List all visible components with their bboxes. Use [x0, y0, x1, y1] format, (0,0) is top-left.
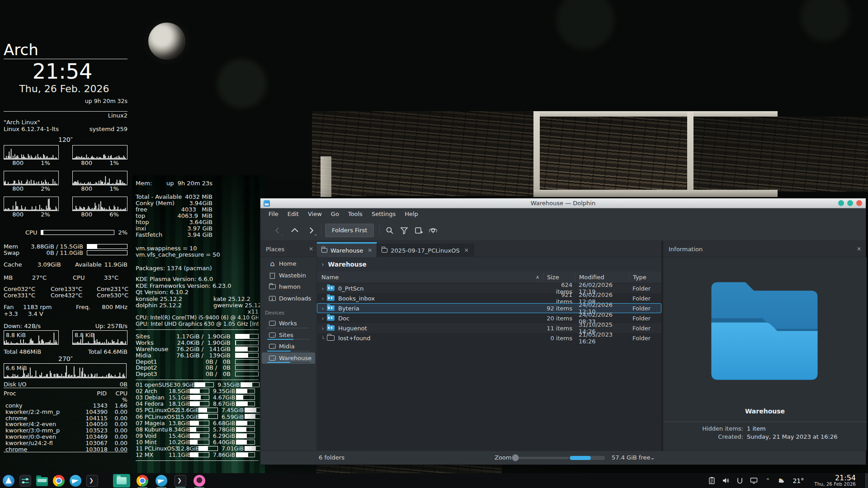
- menu-item[interactable]: File: [264, 208, 283, 220]
- cpu-core-graph: [72, 171, 127, 185]
- task-button[interactable]: [136, 474, 149, 488]
- vault-icon[interactable]: [736, 477, 744, 485]
- zoom-slider-knob[interactable]: [512, 454, 519, 461]
- places-item[interactable]: Works: [262, 318, 315, 329]
- weather-icon[interactable]: [778, 477, 786, 485]
- tab-close-icon[interactable]: ✕: [368, 247, 372, 253]
- menu-item[interactable]: Edit: [283, 208, 303, 220]
- filter-icon[interactable]: [397, 223, 411, 238]
- os-quote: "Arch Linux": [4, 119, 40, 126]
- process-pid: 103523: [81, 427, 108, 433]
- tree-expand-icon[interactable]: [320, 335, 326, 342]
- process-pid: 103469: [81, 433, 108, 440]
- places-panel: Home Wastebin hwmon Downloads: [260, 257, 317, 450]
- telegram-icon[interactable]: [70, 475, 81, 487]
- clipboard-icon[interactable]: [708, 477, 716, 485]
- cpu-core-cell: 800 1%: [4, 145, 59, 171]
- weather-temperature[interactable]: 21°: [793, 477, 804, 484]
- taskbar-clock[interactable]: 21:54 Thu, 26 Feb 2026: [814, 474, 856, 487]
- volume-icon[interactable]: [722, 477, 730, 485]
- core-temp: Core231°C: [97, 286, 128, 292]
- mount-name: Sites: [136, 333, 176, 340]
- places-item[interactable]: Home: [262, 258, 315, 270]
- disk-name: 06 PCLinuxOS1: [136, 413, 177, 420]
- menu-item[interactable]: Go: [326, 208, 344, 220]
- disk-name: 07 Mageia: [136, 420, 169, 427]
- tab-close-icon[interactable]: ✕: [464, 247, 469, 253]
- maximize-button[interactable]: [847, 200, 853, 206]
- upload-graph: 8.8 KiB: [72, 330, 127, 345]
- information-close-icon[interactable]: ✕: [857, 246, 861, 252]
- konsole-icon[interactable]: [86, 475, 98, 487]
- big-folder-icon: [701, 272, 828, 390]
- places-item[interactable]: hwmon: [262, 281, 315, 293]
- folders-first-button[interactable]: Folders First: [325, 224, 374, 237]
- disk-used-bar: [190, 427, 209, 432]
- up-button[interactable]: [288, 223, 302, 238]
- task-button[interactable]: [193, 474, 206, 488]
- mount-bar: [235, 334, 259, 339]
- file-row[interactable]: lost+found 0 items 21/05/2023 16:26 Fold…: [317, 333, 661, 343]
- process-cpu: 0.00: [108, 446, 127, 452]
- tab[interactable]: 2025-09-17_PCLinuxOS ✕: [377, 244, 474, 257]
- chrome-icon[interactable]: [53, 475, 65, 487]
- places-item-label: Wastebin: [279, 272, 306, 279]
- places-item[interactable]: Wastebin: [262, 270, 315, 282]
- task-button[interactable]: [155, 474, 168, 488]
- toolbar-separator: [379, 225, 380, 236]
- disk-used: 18.5GiB: [169, 388, 189, 394]
- tree-expand-icon[interactable]: [320, 305, 326, 312]
- free-space-text[interactable]: 57.4 GiB free: [612, 454, 650, 461]
- settings-icon[interactable]: [19, 475, 31, 487]
- display-icon[interactable]: [750, 477, 758, 485]
- disk-io-rate: 0B: [120, 381, 127, 388]
- files-icon[interactable]: [36, 477, 48, 486]
- tree-expand-icon[interactable]: [320, 285, 326, 292]
- expand-tray-icon[interactable]: ⌃: [764, 477, 772, 485]
- process-cpu: 0.00: [108, 440, 127, 446]
- titlebar[interactable]: Warehouse — Dolphin: [260, 198, 866, 208]
- places-item[interactable]: Midia: [262, 341, 315, 352]
- places-close-icon[interactable]: ✕: [309, 246, 313, 252]
- zoom-slider[interactable]: [512, 454, 569, 462]
- search-icon[interactable]: [382, 223, 397, 238]
- places-item[interactable]: Sites: [262, 329, 315, 341]
- core-frequency: 800: [81, 160, 92, 167]
- breadcrumb[interactable]: › Warehouse: [317, 257, 661, 272]
- tree-expand-icon[interactable]: [320, 315, 326, 322]
- preview-eye-icon[interactable]: [426, 223, 440, 238]
- menu-item[interactable]: Settings: [367, 208, 400, 220]
- tree-expand-icon[interactable]: [320, 295, 326, 302]
- menu-item[interactable]: View: [303, 208, 326, 220]
- minimize-button[interactable]: [838, 200, 844, 206]
- task-button[interactable]: [174, 474, 187, 488]
- places-item[interactable]: Downloads: [262, 293, 315, 305]
- sort-ascending-icon: ∧: [536, 274, 539, 280]
- tree-expand-icon[interactable]: [320, 325, 326, 332]
- cpu-temp: 33°C: [104, 274, 118, 281]
- split-view-icon[interactable]: [411, 223, 426, 238]
- forward-button[interactable]: ⌄: [304, 223, 318, 238]
- close-button[interactable]: [856, 200, 862, 206]
- disk-used-bar: [190, 421, 209, 426]
- show-desktop-button[interactable]: [865, 473, 868, 488]
- launcher-icon[interactable]: [3, 475, 14, 487]
- free-space-chevron-icon[interactable]: ⌄: [650, 454, 655, 461]
- menu-item[interactable]: Tools: [344, 208, 367, 220]
- column-header-modified[interactable]: Modified: [575, 273, 629, 282]
- column-header-size[interactable]: Size: [543, 273, 575, 282]
- column-header-type[interactable]: Type: [629, 273, 661, 282]
- places-item[interactable]: Warehouse: [262, 352, 315, 364]
- breadcrumb-current[interactable]: Warehouse: [328, 261, 367, 268]
- mount-bar: [235, 353, 259, 358]
- file-modified: 21/05/2023 16:26: [575, 331, 629, 345]
- tab[interactable]: Warehouse ✕: [317, 242, 377, 257]
- back-button[interactable]: ⌄: [270, 223, 285, 238]
- mem-comparison-row: htop 3.64GiB: [136, 219, 212, 225]
- menu-item[interactable]: Help: [400, 208, 423, 220]
- column-header-name[interactable]: Name ∧: [317, 274, 543, 281]
- disk-name: 08 Kubuntu: [136, 426, 169, 433]
- task-button[interactable]: [113, 474, 130, 488]
- disk-row: 12 MX 11.1GiB 7.86GiB: [136, 451, 259, 458]
- disk-free: 9.35GiB: [213, 388, 235, 394]
